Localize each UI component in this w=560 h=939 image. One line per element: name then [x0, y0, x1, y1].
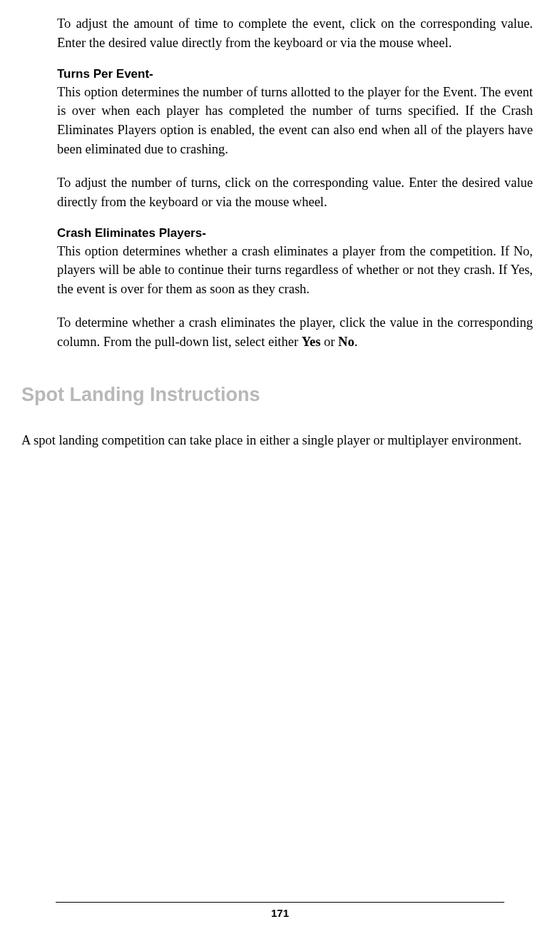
page-footer: 171: [0, 902, 560, 919]
footer-divider: [56, 902, 504, 903]
paragraph-spot-landing-intro: A spot landing competition can take plac…: [21, 431, 533, 450]
paragraph-crash-description: This option determines whether a crash e…: [57, 242, 533, 299]
paragraph-crash-instruction: To determine whether a crash eliminates …: [57, 313, 533, 352]
section-heading-spot-landing: Spot Landing Instructions: [21, 384, 533, 406]
bold-no: No: [338, 335, 355, 349]
paragraph-adjust-time: To adjust the amount of time to complete…: [57, 14, 533, 53]
text-fragment: To determine whether a crash eliminates …: [57, 315, 533, 349]
text-fragment: .: [355, 335, 358, 349]
paragraph-turns-description: This option determines the number of tur…: [57, 83, 533, 159]
text-fragment: or: [320, 335, 338, 349]
bold-yes: Yes: [302, 335, 321, 349]
paragraph-adjust-turns: To adjust the number of turns, click on …: [57, 173, 533, 212]
document-content: To adjust the amount of time to complete…: [21, 14, 539, 450]
subheading-turns-per-event: Turns Per Event-: [57, 67, 533, 81]
subheading-crash-eliminates: Crash Eliminates Players-: [57, 226, 533, 240]
page-number: 171: [0, 907, 560, 919]
